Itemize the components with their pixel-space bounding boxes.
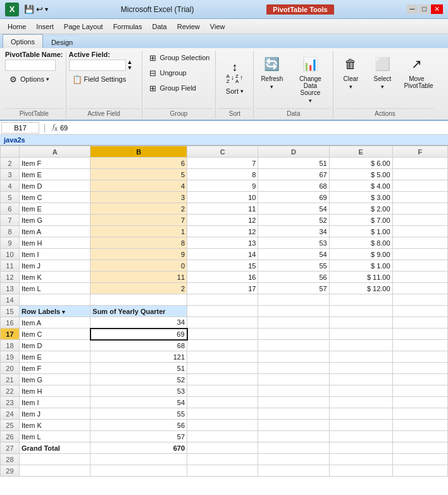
field-settings-button[interactable]: 📋 Field Settings bbox=[69, 72, 130, 86]
redo-dropdown-icon[interactable]: ▾ bbox=[45, 6, 48, 13]
cell-d-21[interactable] bbox=[258, 374, 329, 385]
cell-c-29[interactable] bbox=[187, 465, 258, 477]
cell-b-9[interactable]: 8 bbox=[90, 237, 187, 249]
col-header-f[interactable]: F bbox=[392, 146, 447, 158]
cell-f-10[interactable] bbox=[392, 249, 447, 260]
cell-f-4[interactable] bbox=[392, 180, 447, 192]
cell-d-28[interactable] bbox=[258, 454, 329, 465]
cell-c-10[interactable]: 14 bbox=[187, 249, 258, 260]
cell-a-23[interactable]: Item I bbox=[19, 397, 90, 408]
cell-b-17[interactable]: 69 bbox=[90, 329, 187, 340]
cell-c-27[interactable] bbox=[187, 442, 258, 454]
cell-c-5[interactable]: 10 bbox=[187, 192, 258, 203]
undo-icon[interactable]: ↩ bbox=[36, 4, 43, 14]
cell-a-4[interactable]: Item D bbox=[19, 180, 90, 192]
cell-a-14[interactable] bbox=[19, 294, 90, 306]
cell-f-18[interactable] bbox=[392, 340, 447, 351]
menu-item-review[interactable]: Review bbox=[172, 22, 205, 32]
cell-d-18[interactable] bbox=[258, 340, 329, 351]
cell-d-24[interactable] bbox=[258, 408, 329, 420]
col-header-d[interactable]: D bbox=[258, 146, 329, 158]
cell-a-19[interactable]: Item E bbox=[19, 351, 90, 363]
cell-d-25[interactable] bbox=[258, 420, 329, 431]
cell-f-27[interactable] bbox=[392, 442, 447, 454]
cell-e-10[interactable]: $ 9.00 bbox=[329, 249, 392, 260]
cell-e-4[interactable]: $ 4.00 bbox=[329, 180, 392, 192]
tab-design[interactable]: Design bbox=[43, 35, 81, 48]
window-controls[interactable]: ─ □ ✕ bbox=[407, 4, 443, 14]
cell-reference-box[interactable] bbox=[1, 122, 39, 134]
options-button[interactable]: ⚙ Options ▾ bbox=[5, 72, 53, 86]
cell-f-15[interactable] bbox=[392, 306, 447, 317]
cell-d-4[interactable]: 68 bbox=[258, 180, 329, 192]
cell-c-15[interactable] bbox=[187, 306, 258, 317]
cell-d-26[interactable] bbox=[258, 431, 329, 442]
cell-b-21[interactable]: 52 bbox=[90, 374, 187, 385]
group-selection-button[interactable]: ⊞ Group Selection bbox=[145, 51, 213, 65]
cell-b-16[interactable]: 34 bbox=[90, 317, 187, 329]
cell-d-22[interactable] bbox=[258, 385, 329, 397]
cell-c-19[interactable] bbox=[187, 351, 258, 363]
cell-a-12[interactable]: Item K bbox=[19, 272, 90, 283]
cell-b-11[interactable]: 0 bbox=[90, 260, 187, 272]
cell-a-8[interactable]: Item A bbox=[19, 226, 90, 237]
col-header-a[interactable]: A bbox=[19, 146, 90, 158]
quick-access-toolbar[interactable]: 💾 ↩ ▾ bbox=[24, 4, 48, 14]
cell-a-9[interactable]: Item H bbox=[19, 237, 90, 249]
cell-f-11[interactable] bbox=[392, 260, 447, 272]
cell-f-7[interactable] bbox=[392, 215, 447, 226]
cell-e-24[interactable] bbox=[329, 408, 392, 420]
cell-b-27[interactable]: 670 bbox=[90, 442, 187, 454]
cell-b-19[interactable]: 121 bbox=[90, 351, 187, 363]
cell-c-8[interactable]: 12 bbox=[187, 226, 258, 237]
cell-e-14[interactable] bbox=[329, 294, 392, 306]
cell-b-28[interactable] bbox=[90, 454, 187, 465]
cell-d-3[interactable]: 67 bbox=[258, 169, 329, 180]
cell-e-26[interactable] bbox=[329, 431, 392, 442]
cell-e-15[interactable] bbox=[329, 306, 392, 317]
cell-b-12[interactable]: 11 bbox=[90, 272, 187, 283]
cell-b-13[interactable]: 2 bbox=[90, 283, 187, 294]
cell-d-5[interactable]: 69 bbox=[258, 192, 329, 203]
cell-d-27[interactable] bbox=[258, 442, 329, 454]
cell-c-4[interactable]: 9 bbox=[187, 180, 258, 192]
cell-f-2[interactable] bbox=[392, 158, 447, 169]
cell-a-26[interactable]: Item L bbox=[19, 431, 90, 442]
cell-d-15[interactable] bbox=[258, 306, 329, 317]
cell-f-23[interactable] bbox=[392, 397, 447, 408]
cell-a-28[interactable] bbox=[19, 454, 90, 465]
cell-d-10[interactable]: 54 bbox=[258, 249, 329, 260]
cell-c-14[interactable] bbox=[187, 294, 258, 306]
pivottable-name-input[interactable] bbox=[5, 60, 56, 71]
cell-c-28[interactable] bbox=[187, 454, 258, 465]
cell-b-6[interactable]: 2 bbox=[90, 203, 187, 215]
sort-down-icon[interactable]: ▼ bbox=[127, 65, 133, 71]
cell-b-2[interactable]: 6 bbox=[90, 158, 187, 169]
ungroup-button[interactable]: ⊟ Ungroup bbox=[145, 66, 190, 80]
cell-f-29[interactable] bbox=[392, 465, 447, 477]
clear-button[interactable]: 🗑 Clear ▾ bbox=[336, 51, 365, 93]
cell-f-20[interactable] bbox=[392, 363, 447, 374]
cell-a-29[interactable] bbox=[19, 465, 90, 477]
menu-item-insert[interactable]: Insert bbox=[31, 22, 59, 32]
cell-f-28[interactable] bbox=[392, 454, 447, 465]
cell-c-17[interactable] bbox=[187, 329, 258, 340]
cell-a-10[interactable]: Item I bbox=[19, 249, 90, 260]
cell-e-13[interactable]: $ 12.00 bbox=[329, 283, 392, 294]
menu-item-formulas[interactable]: Formulas bbox=[108, 22, 147, 32]
cell-f-12[interactable] bbox=[392, 272, 447, 283]
row-labels-dropdown[interactable]: ▾ bbox=[62, 309, 65, 315]
cell-c-16[interactable] bbox=[187, 317, 258, 329]
cell-a-16[interactable]: Item A bbox=[19, 317, 90, 329]
cell-c-23[interactable] bbox=[187, 397, 258, 408]
cell-c-2[interactable]: 7 bbox=[187, 158, 258, 169]
cell-a-2[interactable]: Item F bbox=[19, 158, 90, 169]
cell-e-8[interactable]: $ 1.00 bbox=[329, 226, 392, 237]
cell-d-2[interactable]: 51 bbox=[258, 158, 329, 169]
cell-a-15[interactable]: Row Labels ▾ bbox=[19, 306, 90, 317]
cell-e-9[interactable]: $ 8.00 bbox=[329, 237, 392, 249]
cell-e-22[interactable] bbox=[329, 385, 392, 397]
cell-a-24[interactable]: Item J bbox=[19, 408, 90, 420]
cell-b-7[interactable]: 7 bbox=[90, 215, 187, 226]
cell-f-5[interactable] bbox=[392, 192, 447, 203]
